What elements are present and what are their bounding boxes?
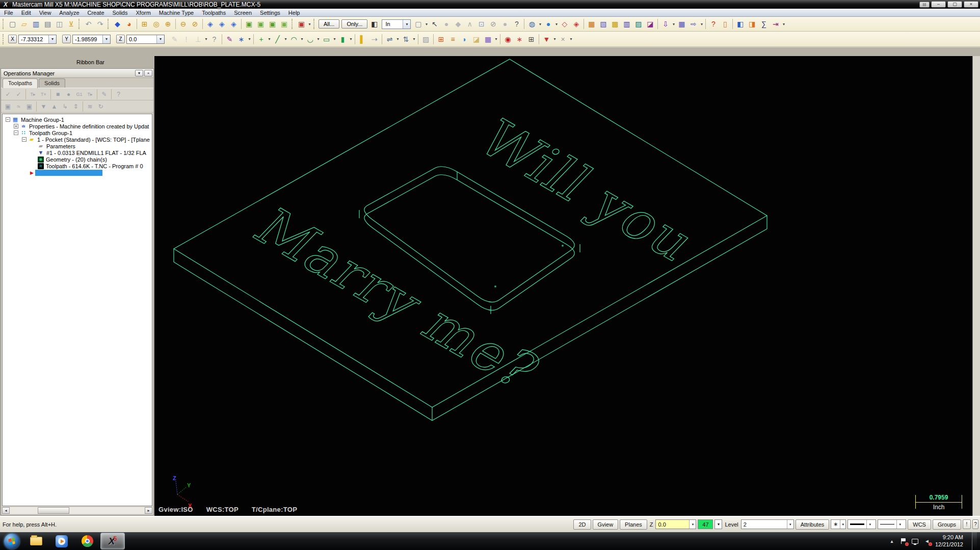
shaded-shading-icon[interactable]: ●	[543, 19, 553, 30]
dropdown-caret[interactable]: ▾	[554, 22, 559, 27]
om-post-g1-icon[interactable]: G1	[74, 89, 84, 99]
select-all-button[interactable]: All...	[319, 19, 339, 29]
tree-row-insert-position[interactable]: ▶	[3, 169, 152, 176]
action-center-icon[interactable]	[900, 538, 907, 545]
color-number-value[interactable]: 47	[700, 521, 710, 528]
gview-button[interactable]: Gview	[593, 519, 619, 530]
om-regen-dirty-icon[interactable]: T×	[39, 89, 48, 99]
om-lock-icon[interactable]: ▣	[3, 101, 13, 111]
om-edit-icon[interactable]: ✎	[99, 89, 109, 99]
tree-row-pocket-operation[interactable]: − ▰ 1 - Pocket (Standard) - [WCS: TOP] -…	[3, 136, 152, 143]
select-last-icon[interactable]: ∧	[464, 19, 475, 30]
expander-icon[interactable]: −	[22, 137, 27, 142]
screen-fit-icon[interactable]: ◨	[747, 19, 757, 30]
menu-file[interactable]: File	[0, 9, 17, 16]
om-regen-selected-icon[interactable]: T▸	[28, 89, 38, 99]
dropdown-caret[interactable]: ▾	[283, 37, 288, 41]
create-cylinder-icon[interactable]: ▮	[337, 34, 348, 44]
menu-solids[interactable]: Solids	[109, 9, 132, 16]
menu-edit[interactable]: Edit	[17, 9, 35, 16]
line-style-caret[interactable]: ▾	[866, 520, 873, 529]
fence-select-icon[interactable]: ▦	[483, 34, 493, 44]
alert-button[interactable]: !	[963, 519, 971, 529]
close-button[interactable]: ×	[964, 1, 978, 8]
om-help-icon[interactable]: ?	[114, 89, 123, 99]
taskbar-explorer-button[interactable]	[24, 533, 48, 549]
taskbar-chrome-button[interactable]	[75, 533, 99, 549]
line-style-select[interactable]: ▾	[847, 519, 876, 529]
select-result-icon[interactable]: ●	[441, 19, 452, 30]
panel-collapse-button[interactable]: ▾	[135, 70, 143, 76]
point-style-icon[interactable]: ∗	[831, 521, 840, 528]
select-only-button[interactable]: Only...	[341, 19, 367, 29]
undelete-icon[interactable]: ×	[558, 34, 568, 44]
minimize-button[interactable]: –	[931, 1, 946, 8]
panel-close-button[interactable]: ×	[144, 70, 152, 76]
y-coordinate-label[interactable]: Y	[62, 35, 71, 43]
show-desktop-button[interactable]	[972, 532, 977, 550]
menu-settings[interactable]: Settings	[256, 9, 284, 16]
dropdown-caret[interactable]: ▾	[332, 37, 337, 41]
groups-button[interactable]: Groups	[933, 519, 961, 530]
analyze-distance-icon[interactable]: ▯	[720, 19, 730, 30]
dropdown-caret[interactable]: ▾	[395, 37, 400, 41]
tree-row-machine-group[interactable]: − ▦ Machine Group-1	[3, 116, 152, 123]
om-chain-manager-icon[interactable]: ↻	[96, 101, 105, 111]
dropdown-caret[interactable]: ▾	[349, 37, 353, 41]
print-icon[interactable]: ▤	[42, 19, 53, 30]
menu-create[interactable]: Create	[84, 9, 109, 16]
menu-view[interactable]: View	[35, 9, 56, 16]
om-backplot-icon[interactable]: ■	[53, 89, 63, 99]
view-front-icon[interactable]: ▣	[255, 19, 266, 30]
zoom-target-icon[interactable]: ◎	[151, 19, 162, 30]
redo-icon[interactable]: ↷	[95, 19, 105, 30]
scrollbar-thumb[interactable]	[38, 507, 69, 514]
zoom-in-icon[interactable]: ⊕	[163, 19, 173, 30]
surface-blend-icon[interactable]: ◗	[459, 34, 470, 44]
menu-analyze[interactable]: Analyze	[55, 9, 83, 16]
backside-cube-icon[interactable]: ◈	[571, 19, 581, 30]
om-filter-icon[interactable]: ≋	[85, 101, 95, 111]
tree-row-toolpath-file[interactable]: ≋ Toolpath - 614.6K - T.NC - Program # 0	[3, 163, 152, 169]
zoom-window-icon[interactable]: ⊞	[139, 19, 150, 30]
dropdown-caret[interactable]: ▾	[538, 22, 542, 27]
create-fillet-icon[interactable]: ◡	[305, 34, 315, 44]
maximize-button[interactable]: ▢	[947, 1, 962, 8]
plumb-snap-icon[interactable]: ⊥	[193, 34, 203, 44]
wcs-button[interactable]: WCS	[908, 519, 931, 530]
y-coordinate-caret[interactable]: ▾	[102, 35, 110, 43]
status-color-field[interactable]: 47	[698, 519, 713, 529]
analyze-entity-icon[interactable]: ?	[708, 19, 719, 30]
analyze-grid-icon[interactable]: ⊞	[526, 34, 537, 44]
rotate-view-icon-2[interactable]: ◈	[217, 19, 227, 30]
dropdown-caret[interactable]: ▾	[699, 22, 704, 27]
select-cursor-icon[interactable]: ↖	[429, 19, 440, 30]
color-caret-box[interactable]: ▼	[714, 519, 722, 529]
expander-icon[interactable]: −	[6, 117, 10, 122]
wireframe-shading-icon[interactable]: ◍	[526, 19, 537, 30]
view-right-icon[interactable]: ▣	[267, 19, 278, 30]
print-preview-icon[interactable]: ◫	[54, 19, 65, 30]
level-hide-icon[interactable]: ▥	[621, 19, 632, 30]
point-style-caret[interactable]: ▾	[840, 520, 845, 529]
autocursor-icon[interactable]: ∗	[236, 34, 247, 44]
tree-row-properties[interactable]: + ılı Properties - Machine definition cr…	[3, 123, 152, 129]
select-end-icon[interactable]: ●	[499, 19, 510, 30]
om-move-up-icon[interactable]: ▲	[49, 101, 59, 111]
graphics-viewport[interactable]: Will you Marry me? Z Y X Gview:ISO WCS:T…	[154, 56, 972, 516]
level-move-icon[interactable]: ▧	[598, 19, 608, 30]
hatch-icon[interactable]: ▨	[420, 34, 431, 44]
dropdown-caret[interactable]: ▾	[781, 22, 786, 27]
2d-3d-toggle-button[interactable]: 2D	[573, 519, 591, 530]
tree-row-parameters[interactable]: ▰ Parameters	[3, 143, 152, 149]
tab-toolpaths[interactable]: Toolpaths	[3, 78, 38, 88]
select-validate-icon[interactable]: ⊡	[476, 19, 487, 30]
create-arc-icon[interactable]: ◠	[288, 34, 299, 44]
z-depth-value[interactable]: 0.0	[656, 521, 689, 528]
taskbar-clock[interactable]: 9:20 AM 12/21/2012	[935, 534, 963, 548]
tree-row-geometry[interactable]: ◉ Geometry - (20) chain(s)	[3, 156, 152, 163]
un-zoom-icon[interactable]: ⊘	[190, 19, 200, 30]
status-level-field[interactable]: 2 ▾	[741, 519, 794, 529]
om-lock-all-icon[interactable]: ▣	[24, 101, 34, 111]
create-point-icon[interactable]: +	[256, 34, 267, 44]
